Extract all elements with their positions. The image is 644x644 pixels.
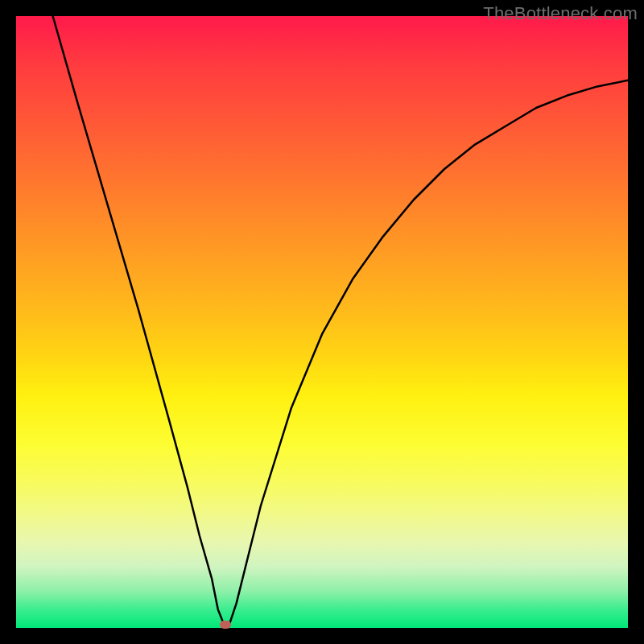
plot-area <box>16 16 628 628</box>
chart-frame: TheBottleneck.com <box>0 0 644 644</box>
optimal-point-marker <box>220 621 231 629</box>
watermark-text: TheBottleneck.com <box>483 3 638 24</box>
bottleneck-curve <box>16 16 628 628</box>
